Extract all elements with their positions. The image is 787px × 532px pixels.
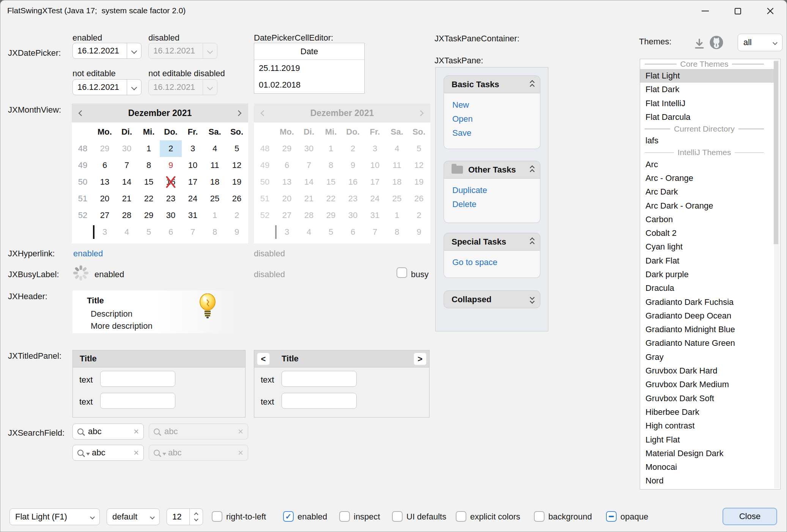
calendar-day-cell[interactable]: 19 (226, 174, 248, 190)
calendar-day-cell[interactable]: 9 (226, 224, 248, 240)
theme-list-item[interactable]: Nord (640, 474, 774, 488)
calendar-day-cell[interactable]: 24 (182, 190, 204, 207)
calendar-day-cell[interactable]: 22 (138, 190, 160, 207)
theme-list-item[interactable]: Monocai (640, 460, 774, 474)
calendar-day-cell[interactable]: 18 (204, 174, 226, 190)
calendar-day-cell[interactable]: 20 (94, 190, 116, 207)
theme-list-item[interactable]: Gray (640, 350, 774, 364)
datepicker-enabled[interactable]: 16.12.2021 (72, 43, 142, 59)
datepicker-value[interactable]: 16.12.2021 (73, 43, 127, 58)
font-size-value[interactable]: 12 (167, 509, 189, 525)
theme-list-item[interactable]: Cyan light (640, 240, 774, 254)
calendar-day-cell[interactable]: 21 (116, 190, 138, 207)
calendar-day-cell[interactable]: 6 (94, 157, 116, 174)
expand-icon[interactable] (530, 296, 534, 303)
checkbox-opaque[interactable] (606, 511, 617, 522)
datepicker-not-editable[interactable]: 16.12.2021 (72, 79, 142, 95)
font-combo[interactable]: default (107, 508, 160, 525)
theme-list-item[interactable]: Arc (640, 157, 774, 171)
checkbox-inspect[interactable] (339, 511, 350, 522)
themes-list[interactable]: Core ThemesFlat LightFlat DarkFlat Intel… (640, 59, 781, 490)
calendar-day-cell[interactable]: 25 (204, 190, 226, 207)
taskpane-link[interactable]: Open (452, 114, 540, 128)
busy-checkbox[interactable] (397, 267, 407, 278)
search-input-value[interactable]: abc (88, 427, 134, 436)
theme-list-item[interactable]: Gradianto Dark Fuchsia (640, 295, 774, 309)
calendar-day-cell[interactable]: 8 (204, 224, 226, 240)
theme-list-item[interactable]: Light Flat (640, 433, 774, 446)
taskpane-header[interactable]: Special Tasks (444, 233, 540, 251)
calendar-day-cell[interactable]: 15 (138, 174, 160, 190)
theme-list-item[interactable]: Arc - Orange (640, 171, 774, 185)
themes-filter-combo[interactable]: all (738, 34, 782, 51)
checkbox-label[interactable]: background (548, 512, 592, 522)
theme-list-item[interactable]: Hiberbee Dark (640, 405, 774, 419)
checkbox-label[interactable]: explicit colors (470, 512, 520, 522)
date-table[interactable]: Date 25.11.2019 01.02.2018 (254, 43, 365, 94)
calendar-day-cell[interactable]: 28 (116, 207, 138, 224)
calendar-day-cell[interactable]: 16 (160, 174, 182, 190)
panel-next-button[interactable]: > (414, 353, 427, 365)
theme-list-item[interactable]: Cobalt 2 (640, 226, 774, 240)
calendar-day-cell[interactable]: 8 (138, 157, 160, 174)
calendar-day-cell[interactable]: 7 (182, 224, 204, 240)
theme-list-item[interactable]: Dark purple (640, 268, 774, 281)
github-icon[interactable] (708, 35, 724, 50)
calendar-day-cell[interactable]: 3 (94, 224, 116, 240)
hyperlink-enabled[interactable]: enabled (73, 249, 103, 259)
theme-list-item[interactable]: lafs (640, 134, 774, 148)
taskpane-link[interactable]: Duplicate (452, 185, 540, 199)
calendar-day-cell[interactable]: 29 (138, 207, 160, 224)
calendar-day-cell[interactable]: 13 (94, 174, 116, 190)
clear-icon[interactable]: × (134, 427, 139, 436)
theme-list-item[interactable]: Material Design Dark (640, 447, 774, 460)
calendar-day-cell[interactable]: 2 (160, 140, 182, 157)
text-input[interactable] (282, 393, 357, 409)
taskpane-link[interactable]: Go to space (452, 257, 540, 271)
checkbox-label[interactable]: right-to-left (226, 512, 266, 522)
calendar-day-cell[interactable]: 6 (160, 224, 182, 240)
download-themes-icon[interactable] (693, 37, 706, 50)
collapse-icon[interactable] (530, 166, 534, 173)
checkbox-background[interactable] (534, 511, 545, 522)
calendar-day-cell[interactable]: 27 (94, 207, 116, 224)
calendar-day-cell[interactable]: 7 (116, 157, 138, 174)
taskpane-link[interactable]: Save (452, 128, 540, 142)
theme-list-item[interactable]: Flat Light (640, 69, 774, 83)
calendar-day-cell[interactable]: 5 (138, 224, 160, 240)
calendar-day-cell[interactable]: 14 (116, 174, 138, 190)
checkbox-explicit-colors[interactable] (456, 511, 466, 522)
calendar-day-cell[interactable]: 12 (226, 157, 248, 174)
calendar-day-cell[interactable]: 23 (160, 190, 182, 207)
close-button[interactable]: Close (722, 508, 777, 525)
monthview-enabled[interactable]: Dezember 2021 Mo.Di.Mi.Do.Fr.Sa.So.48293… (72, 104, 248, 243)
checkbox-label[interactable]: opaque (620, 512, 648, 522)
calendar-day-cell[interactable]: 1 (204, 207, 226, 224)
date-table-header[interactable]: Date (254, 43, 364, 60)
calendar-day-cell[interactable]: 3 (182, 140, 204, 157)
busy-checkbox-label[interactable]: busy (411, 270, 428, 279)
calendar-day-cell[interactable]: 30 (160, 207, 182, 224)
calendar-day-cell[interactable]: 4 (116, 224, 138, 240)
next-month-button[interactable] (236, 110, 242, 116)
panel-prev-button[interactable]: < (257, 353, 270, 365)
calendar-day-cell[interactable]: 31 (182, 207, 204, 224)
datepicker-dropdown-button[interactable] (127, 43, 141, 58)
theme-list-item[interactable]: Gruvbox Dark Soft (640, 392, 774, 405)
search-field-with-menu[interactable]: abc × (72, 445, 144, 461)
maximize-button[interactable] (721, 0, 754, 22)
calendar-day-cell[interactable]: 17 (182, 174, 204, 190)
text-input[interactable] (100, 393, 175, 409)
scrollbar-thumb[interactable] (774, 61, 778, 244)
search-field-enabled[interactable]: abc × (72, 424, 144, 439)
collapse-icon[interactable] (530, 238, 534, 245)
theme-list-item[interactable]: High contrast (640, 419, 774, 433)
scrollbar-track[interactable] (774, 60, 779, 488)
theme-list-item[interactable]: Dracula (640, 281, 774, 295)
theme-list-item[interactable]: Dark Flat (640, 254, 774, 268)
checkbox-enabled[interactable]: ✓ (283, 511, 294, 522)
calendar-day-cell[interactable]: 26 (226, 190, 248, 207)
calendar-day-cell[interactable]: 29 (94, 140, 116, 157)
theme-list-item[interactable]: Gruvbox Dark Hard (640, 364, 774, 378)
search-menu-caret-icon[interactable] (86, 453, 90, 457)
